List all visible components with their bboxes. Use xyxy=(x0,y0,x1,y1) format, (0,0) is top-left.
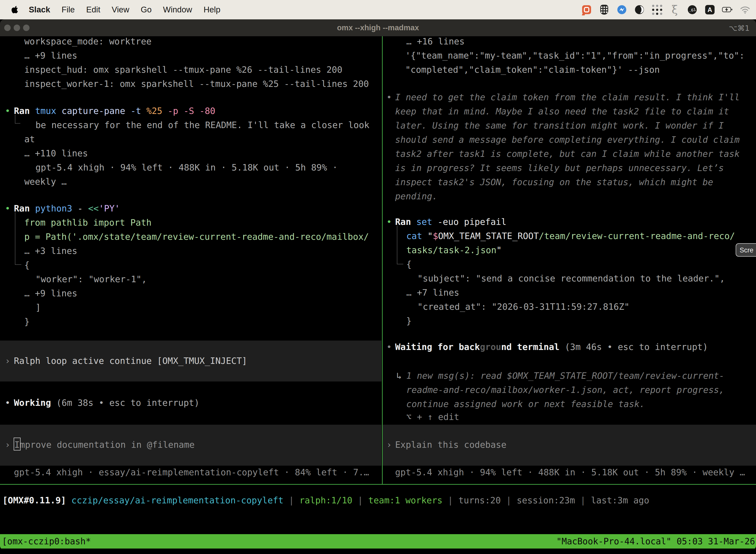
terminal-line: Working (6m 38s • esc to interrupt) xyxy=(14,397,199,408)
pane-divider-vertical[interactable] xyxy=(382,36,383,485)
pane-divider-horizontal[interactable] xyxy=(0,484,756,485)
terminal-line: › xyxy=(386,439,392,450)
wifi-icon[interactable] xyxy=(740,4,751,15)
terminal-line: ⌥ + ↑ edit xyxy=(406,411,459,423)
menu-item-window[interactable]: Window xyxy=(163,5,192,14)
terminal-line: inspect_hud: omx sparkshell --tmux-pane … xyxy=(24,64,342,75)
messenger-icon[interactable] xyxy=(616,4,627,15)
terminal-line: Ran tmux capture-pane -t %25 -p -S -80 xyxy=(14,106,215,116)
terminal-line: } xyxy=(24,316,29,327)
menu-item-app[interactable]: Slack xyxy=(29,5,50,14)
terminal-line: from pathlib import Path xyxy=(24,217,151,228)
terminal-line: Ralph loop active continue [OMX_TMUX_INJ… xyxy=(14,355,247,366)
terminal-line: … +9 lines xyxy=(24,50,77,61)
output-connector xyxy=(15,212,21,265)
terminal-line: gpt-5.4 xhigh · 94% left · 488K in · 5.1… xyxy=(36,162,337,173)
terminal-line: pending. xyxy=(395,191,438,202)
window-shortcut-hint: ⌥⌘1 xyxy=(729,24,750,33)
terminal-line: gpt-5.4 xhigh · essay/ai-reimplementatio… xyxy=(14,467,369,478)
terminal-line: 1 new msg(s): read $OMX_TEAM_STATE_ROOT/… xyxy=(406,370,724,381)
terminal-line: workspace_mode: worktree xyxy=(24,36,151,47)
terminal-line: readme-and-reco/mailbox/worker-1.json, a… xyxy=(406,384,724,395)
terminal-line: { xyxy=(24,260,29,271)
window-title: omx --xhigh --madmax xyxy=(0,23,756,32)
countdown-61-icon[interactable]: ..61 xyxy=(687,4,698,15)
terminal-line: • xyxy=(5,106,10,116)
terminal-line: … +3 lines xyxy=(24,245,77,257)
terminal-line: } xyxy=(406,316,412,326)
terminal-line: › xyxy=(5,439,10,450)
menu-item-view[interactable]: View xyxy=(112,5,129,14)
terminal-line: cat "$OMX_TEAM_STATE_ROOT/team/review-cu… xyxy=(406,231,735,241)
terminal-line: • xyxy=(5,203,10,214)
terminal-line: gpt-5.4 xhigh · 94% left · 488K in · 5.1… xyxy=(395,467,745,478)
terminal-line: ] xyxy=(36,302,41,313)
terminal-line: … +110 lines xyxy=(24,148,88,159)
terminal-line: later. Using the same for transition mig… xyxy=(395,120,724,131)
chat-badge-icon[interactable] xyxy=(581,4,592,15)
shield-grid-icon[interactable] xyxy=(599,4,610,15)
tmux-host-clock-label: "MacBook-Pro-44.local" 05:03 31-Mar-26 xyxy=(556,534,755,549)
terminal-line: be necessary for the end of the README. … xyxy=(36,120,370,130)
terminal-line: "completed","claim_token":"claim-token"}… xyxy=(405,64,660,75)
terminal-line: { xyxy=(406,259,412,270)
screenshot-notification[interactable]: Scre xyxy=(736,243,756,257)
menu-item-go[interactable]: Go xyxy=(141,5,151,14)
tmux-status-bar: [omx-cczip0:bash* "MacBook-Pro-44.local"… xyxy=(0,534,756,549)
dots-grid-icon[interactable] xyxy=(651,4,663,15)
menu-item-edit[interactable]: Edit xyxy=(86,5,100,14)
output-connector xyxy=(15,115,20,124)
terminal-line: Explain this codebase xyxy=(395,439,506,450)
terminal-line: I need to get the claim token from the c… xyxy=(395,92,740,103)
terminal-line: … +9 lines xyxy=(24,288,77,299)
terminal-line: • xyxy=(386,341,392,352)
terminal-line: inspect task2's JSON, focusing on the st… xyxy=(395,177,713,188)
terminal-line: • xyxy=(386,216,392,227)
crescent-circle-icon[interactable] xyxy=(634,4,645,15)
terminal-line: p = Path('.omx/state/team/review-current… xyxy=(24,231,369,242)
squiggle-icon[interactable]: ξ xyxy=(669,4,680,15)
tmux-session-label: [omx-cczip0:bash* xyxy=(2,534,91,549)
menu-item-help[interactable]: Help xyxy=(204,5,220,14)
menu-item-file[interactable]: File xyxy=(62,5,75,14)
terminal-line: • xyxy=(386,92,392,103)
menu-items: SlackFileEditViewGoWindowHelp xyxy=(29,5,220,14)
apple-menu-icon[interactable] xyxy=(11,5,18,14)
window-bottom: [omx-cczip0:bash* "MacBook-Pro-44.local"… xyxy=(0,534,756,550)
terminal-line: • xyxy=(5,397,10,408)
terminal-line: › xyxy=(5,355,10,366)
terminal-line: at xyxy=(24,134,35,145)
terminal-line: Ran python3 - <<'PY' xyxy=(14,203,120,214)
output-connector xyxy=(397,226,403,264)
terminal-line: is in progress? It seems likely but perh… xyxy=(395,163,724,173)
terminal-line: Improve documentation in @filename xyxy=(14,439,195,450)
battery-charging-icon[interactable] xyxy=(722,4,733,15)
terminal-line: task2 after task1 is complete, but can I… xyxy=(395,149,740,159)
terminal-line: … +7 lines xyxy=(406,287,459,298)
text-cursor xyxy=(14,438,20,450)
menu-status-icons: ξ..61A xyxy=(581,4,756,15)
terminal-line: "worker": "worker-1", xyxy=(36,274,147,285)
terminal-line: '{"team_name":"my-team","task_id":"1","f… xyxy=(405,50,745,61)
hud-status-line: [OMX#0.11.9] cczip/essay/ai-reimplementa… xyxy=(2,495,649,506)
menu-bar: SlackFileEditViewGoWindowHelp ξ..61A xyxy=(0,0,756,19)
terminal-line: tasks/task-2.json" xyxy=(406,245,502,256)
terminal-line: keep that in mind. Maybe I also need the… xyxy=(395,106,729,117)
input-source-a-icon[interactable]: A xyxy=(704,4,715,15)
terminal-line: "created_at": "2026-03-31T11:59:27.816Z" xyxy=(418,301,630,312)
terminal-line: "subject": "send a concise recommendatio… xyxy=(418,273,725,284)
terminal-line: weekly … xyxy=(24,176,67,187)
terminal-line: continue assigned work or next feasible … xyxy=(406,399,645,409)
desktop: SlackFileEditViewGoWindowHelp ξ..61A omx… xyxy=(0,0,756,554)
terminal-line: Ran set -euo pipefail xyxy=(395,216,506,227)
terminal-line: Waiting for background terminal (3m 46s … xyxy=(395,341,708,352)
terminal-line: should send a message before completing … xyxy=(395,134,740,145)
terminal-line: … +16 lines xyxy=(406,36,464,47)
terminal-line: inspect_worker-1: omx sparkshell --tmux-… xyxy=(24,78,369,89)
terminal-line: ↳ xyxy=(396,370,401,381)
